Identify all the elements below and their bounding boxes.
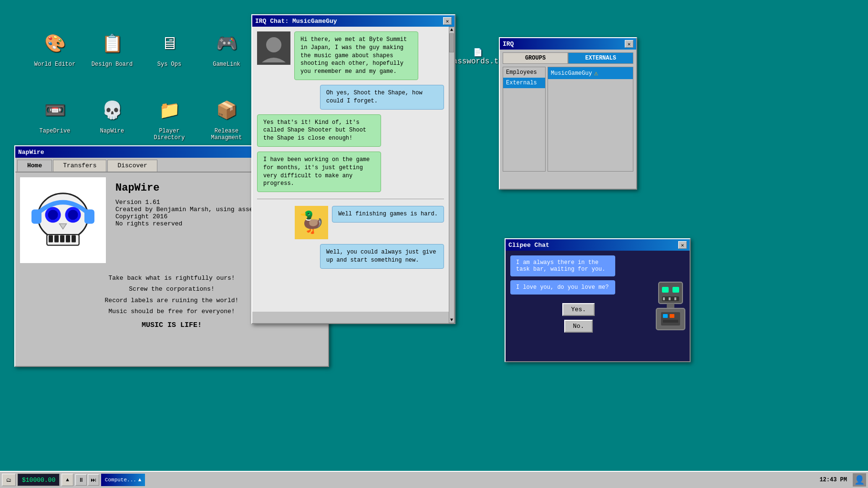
chat-bubble-2: Oh yes, Shoot the Shape, how could I for…	[320, 85, 444, 110]
irq-content: GROUPS EXTERNALS Employees Externals Mus…	[500, 50, 636, 174]
warning-icon: ⚠	[594, 69, 598, 77]
clipee-bubble-1: I am always there in the task bar, waiti…	[510, 255, 615, 276]
irq-titlebar[interactable]: IRQ ✕	[500, 38, 636, 50]
sys-ops-icon[interactable]: 🖥 Sys Ops	[143, 29, 196, 91]
tab-home[interactable]: Home	[17, 160, 52, 172]
svg-rect-24	[667, 304, 674, 308]
clipee-buttons: Yes. No.	[510, 298, 647, 337]
chat-scrollbar[interactable]: ▲ ▼	[449, 27, 455, 323]
taskbar-money-up[interactable]: ▲	[62, 474, 73, 486]
clipee-window: Clipee Chat ✕ I am always there in the t…	[505, 238, 691, 362]
irq-title: IRQ	[503, 41, 625, 48]
irq-groups-panel: Employees Externals MusicGameGuy ⚠	[503, 67, 633, 172]
chat-row-5: Well finishing games is hard. 🦆	[257, 206, 444, 239]
irq-tab-groups[interactable]: GROUPS	[503, 52, 568, 64]
svg-rect-10	[60, 235, 64, 243]
tab-transfers[interactable]: Transfers	[53, 160, 106, 172]
irq-chat-close-btn[interactable]: ✕	[443, 17, 452, 25]
compute-arrow: ▲	[138, 477, 142, 483]
clipee-yes-btn[interactable]: Yes.	[562, 303, 594, 316]
irq-window: IRQ ✕ GROUPS EXTERNALS Employees Externa…	[499, 37, 637, 190]
svg-rect-22	[672, 297, 673, 300]
irq-chat-titlebar[interactable]: IRQ Chat: MusicGameGuy ✕	[252, 15, 455, 27]
irq-group-employees[interactable]: Employees	[503, 67, 545, 78]
gamelink-img: 🎮	[211, 29, 242, 59]
svg-rect-5	[31, 210, 41, 224]
pause-btn[interactable]: ⏸	[75, 474, 87, 486]
irq-close-btn[interactable]: ✕	[625, 40, 633, 48]
duck-avatar: 🦆	[295, 206, 328, 239]
irq-user-musicgameguy[interactable]: MusicGameGuy ⚠	[548, 67, 633, 79]
irq-tab-bar: GROUPS EXTERNALS	[503, 52, 633, 64]
clipee-title: Clipee Chat	[508, 242, 678, 249]
irq-user-label: MusicGameGuy	[551, 70, 592, 77]
chat-row-6: Well, you could always just give up and …	[257, 244, 444, 269]
world-editor-icon[interactable]: 🎨 World Editor	[29, 29, 81, 91]
irq-group-externals[interactable]: Externals	[503, 78, 545, 88]
world-editor-label: World Editor	[34, 61, 75, 68]
clipee-avatar	[651, 251, 690, 361]
sys-ops-img: 🖥	[154, 29, 185, 59]
release-management-img: 📦	[211, 95, 242, 126]
clipee-bubble-2: I love you, do you love me?	[510, 280, 615, 295]
chat-avatar-1	[257, 31, 290, 65]
tab-discover[interactable]: Discover	[107, 160, 157, 172]
chat-divider	[257, 199, 444, 199]
svg-rect-20	[666, 297, 668, 300]
design-board-icon[interactable]: 📋 Design Board	[86, 29, 138, 91]
taskbar-compute[interactable]: Compute... ▲	[101, 474, 145, 486]
gamelink-icon[interactable]: 🎮 GameLink	[200, 29, 253, 91]
compute-label: Compute...	[105, 477, 136, 483]
svg-point-4	[68, 210, 78, 220]
chat-bubble-4: I have been working on the game for mont…	[257, 152, 381, 192]
chat-bubble-3: Yes that's it! Kind of, it's called Shap…	[257, 114, 381, 147]
tapedrive-img: 📼	[40, 95, 70, 126]
svg-rect-8	[49, 235, 53, 243]
irq-tab-externals[interactable]: EXTERNALS	[568, 52, 633, 64]
chat-row-2: Oh yes, Shoot the Shape, how could I for…	[257, 85, 444, 110]
taskbar-avatar: 👤	[853, 473, 866, 487]
svg-rect-21	[669, 297, 671, 300]
clipee-titlebar[interactable]: Clipee Chat ✕	[506, 239, 690, 251]
sys-ops-label: Sys Ops	[157, 61, 181, 68]
gamelink-label: GameLink	[213, 61, 240, 68]
chat-bubble-1: Hi there, we met at Byte Summit in Japan…	[294, 31, 418, 80]
napwire-desktop-img: 💀	[97, 95, 127, 126]
irq-chat-title: IRQ Chat: MusicGameGuy	[255, 18, 443, 25]
skip-btn[interactable]: ⏭	[88, 474, 99, 486]
chat-row-4: I have been working on the game for mont…	[257, 152, 444, 192]
player-directory-img: 📁	[154, 95, 185, 126]
svg-rect-29	[663, 320, 678, 323]
clipee-no-btn[interactable]: No.	[564, 320, 593, 333]
taskbar-media-controls: ⏸ ⏭	[75, 474, 99, 486]
napwire-desktop-label: NapWire	[100, 128, 124, 134]
taskbar-time: 12:43 PM	[816, 476, 851, 484]
napwire-logo	[20, 177, 106, 263]
svg-rect-12	[72, 235, 76, 243]
design-board-label: Design Board	[92, 61, 133, 68]
release-management-label: Release Managment	[200, 128, 253, 141]
svg-rect-23	[674, 297, 676, 300]
svg-rect-9	[54, 235, 59, 243]
clipee-close-btn[interactable]: ✕	[678, 241, 687, 249]
svg-rect-28	[670, 314, 674, 318]
irq-chat-messages[interactable]: Hi there, we met at Byte Summit in Japan…	[252, 27, 449, 312]
svg-rect-27	[663, 314, 668, 318]
world-editor-img: 🎨	[40, 29, 70, 59]
taskbar-file-icon[interactable]: 🗂	[2, 474, 16, 486]
taskbar: 🗂 $10000.00 ▲ ⏸ ⏭ Compute... ▲ 12:43 PM …	[0, 471, 868, 488]
chat-row-1: Hi there, we met at Byte Summit in Japan…	[257, 31, 444, 80]
svg-rect-17	[672, 287, 679, 293]
irq-chat-window: IRQ Chat: MusicGameGuy ✕ Hi there, we me…	[251, 14, 455, 324]
irq-groups-list: Employees Externals	[503, 67, 546, 172]
design-board-img: 📋	[97, 29, 127, 59]
desktop-icons-row1: 🎨 World Editor 📋 Design Board 🖥 Sys Ops …	[29, 29, 253, 157]
svg-point-14	[266, 37, 281, 52]
chat-bubble-5: Well finishing games is hard.	[332, 206, 444, 223]
irq-chat-body: Hi there, we met at Byte Summit in Japan…	[252, 27, 455, 323]
svg-rect-19	[663, 297, 665, 300]
svg-rect-16	[662, 287, 669, 293]
player-directory-label: Player Directory	[143, 128, 196, 141]
irq-users-list: MusicGameGuy ⚠	[548, 67, 633, 172]
svg-rect-11	[66, 235, 70, 243]
